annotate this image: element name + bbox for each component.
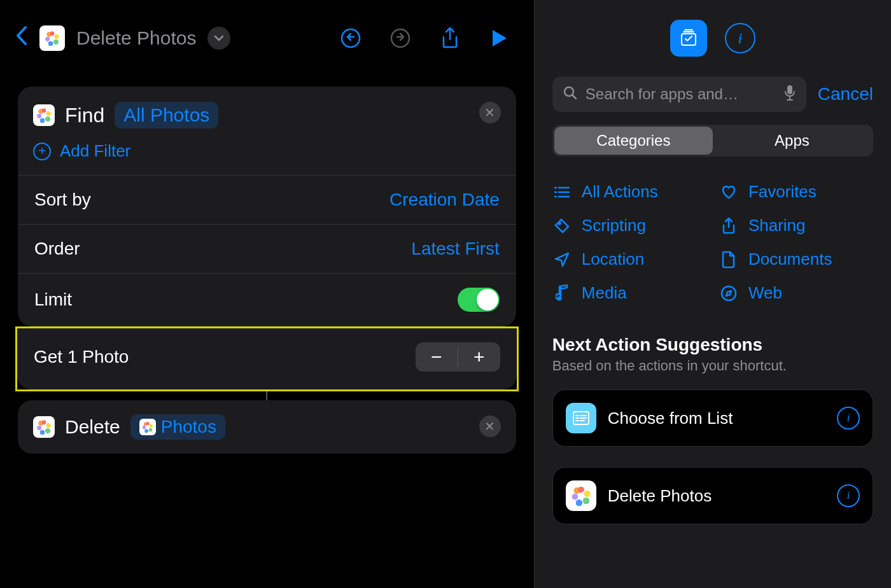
order-row[interactable]: Order Latest First	[18, 224, 516, 273]
shortcut-app-icon	[39, 25, 65, 51]
order-label: Order	[34, 239, 80, 259]
svg-point-1	[391, 29, 409, 47]
photos-app-icon	[566, 480, 596, 511]
category-all-actions[interactable]: All Actions	[552, 182, 706, 202]
search-icon	[563, 85, 578, 103]
order-value: Latest First	[411, 239, 499, 259]
sort-by-label: Sort by	[34, 190, 91, 210]
find-source-token[interactable]: All Photos	[115, 102, 218, 129]
suggestion-choose-from-list[interactable]: Choose from List i	[552, 389, 873, 447]
remove-find-action-button[interactable]: ✕	[479, 102, 501, 123]
share-button[interactable]	[431, 19, 469, 57]
editor-toolbar: Delete Photos	[0, 0, 534, 76]
undo-button[interactable]	[332, 19, 370, 57]
plus-circle-icon: +	[33, 143, 51, 160]
category-scripting[interactable]: Scripting	[552, 216, 706, 235]
category-media[interactable]: Media	[552, 283, 706, 303]
category-web[interactable]: Web	[719, 283, 873, 303]
stepper-plus-button[interactable]: +	[458, 342, 500, 372]
svg-point-6	[557, 296, 561, 300]
dictation-icon[interactable]	[783, 85, 796, 104]
sort-by-row[interactable]: Sort by Creation Date	[18, 175, 516, 224]
choose-list-icon	[566, 403, 596, 433]
suggestions-subtitle: Based on the actions in your shortcut.	[552, 358, 873, 374]
library-top-bar: i	[535, 0, 891, 76]
suggestion-info-button[interactable]: i	[837, 407, 860, 430]
category-favorites[interactable]: Favorites	[719, 182, 873, 202]
actions-library-tab[interactable]	[670, 20, 707, 57]
limit-stepper: − +	[416, 342, 500, 372]
search-box[interactable]	[552, 76, 806, 112]
find-photos-action: Find All Photos ✕ + Add Filter Sort by C…	[18, 87, 516, 326]
actions-library-panel: i Cancel Categories Apps All Actions Fav…	[534, 0, 891, 588]
search-row: Cancel	[535, 76, 891, 112]
music-note-icon	[552, 284, 572, 302]
category-documents[interactable]: Documents	[719, 249, 873, 269]
delete-photos-action: Delete Photos ✕	[18, 400, 516, 454]
category-grid: All Actions Favorites Scripting Sharing …	[535, 169, 891, 316]
category-sharing[interactable]: Sharing	[719, 216, 873, 235]
photos-app-icon	[33, 416, 55, 438]
suggestion-delete-photos[interactable]: Delete Photos i	[552, 467, 873, 524]
categories-segment[interactable]: Categories	[554, 127, 713, 155]
remove-delete-action-button[interactable]: ✕	[479, 416, 501, 437]
action-connector	[266, 391, 267, 400]
stepper-minus-button[interactable]: −	[416, 342, 458, 372]
category-location[interactable]: Location	[552, 249, 706, 269]
delete-param-token[interactable]: Photos	[130, 414, 225, 440]
shortcut-editor-panel: Delete Photos Find All Photos ✕ + Add Fi…	[0, 0, 534, 588]
info-tab[interactable]: i	[725, 23, 755, 53]
compass-icon	[719, 285, 738, 302]
sort-by-value: Creation Date	[389, 190, 500, 210]
apps-segment[interactable]: Apps	[713, 127, 871, 155]
search-input[interactable]	[586, 85, 776, 103]
add-filter-button[interactable]: + Add Filter	[18, 140, 516, 175]
suggestion-label: Choose from List	[608, 409, 825, 428]
list-icon	[552, 186, 572, 199]
location-icon	[552, 251, 572, 268]
delete-action-label: Delete	[65, 416, 120, 438]
suggestion-label: Delete Photos	[608, 486, 825, 506]
svg-rect-4	[787, 85, 792, 94]
svg-point-7	[722, 286, 736, 300]
limit-count-row-highlighted: Get 1 Photo − +	[15, 326, 519, 391]
cancel-search-button[interactable]: Cancel	[818, 84, 873, 104]
shortcut-menu-chevron-icon[interactable]	[207, 27, 230, 50]
suggestions-title: Next Action Suggestions	[552, 335, 873, 355]
document-icon	[719, 251, 738, 269]
shortcut-title[interactable]: Delete Photos	[76, 27, 196, 49]
run-button[interactable]	[481, 19, 519, 57]
photos-app-icon	[33, 104, 55, 126]
share-icon	[719, 217, 738, 235]
svg-point-5	[558, 222, 560, 224]
svg-point-0	[342, 29, 360, 47]
suggestion-info-button[interactable]: i	[837, 484, 860, 507]
tag-icon	[552, 218, 572, 234]
add-filter-label: Add Filter	[60, 141, 130, 161]
redo-button	[381, 19, 419, 57]
limit-toggle-row: Limit	[18, 273, 516, 326]
limit-count-label: Get 1 Photo	[34, 347, 129, 367]
limit-toggle[interactable]	[458, 288, 500, 312]
limit-label: Limit	[34, 290, 72, 310]
find-action-label: Find	[65, 104, 104, 127]
back-button[interactable]	[15, 25, 28, 52]
suggestions-header: Next Action Suggestions Based on the act…	[535, 316, 891, 379]
heart-icon	[719, 185, 738, 200]
library-segmented-control: Categories Apps	[552, 125, 873, 157]
